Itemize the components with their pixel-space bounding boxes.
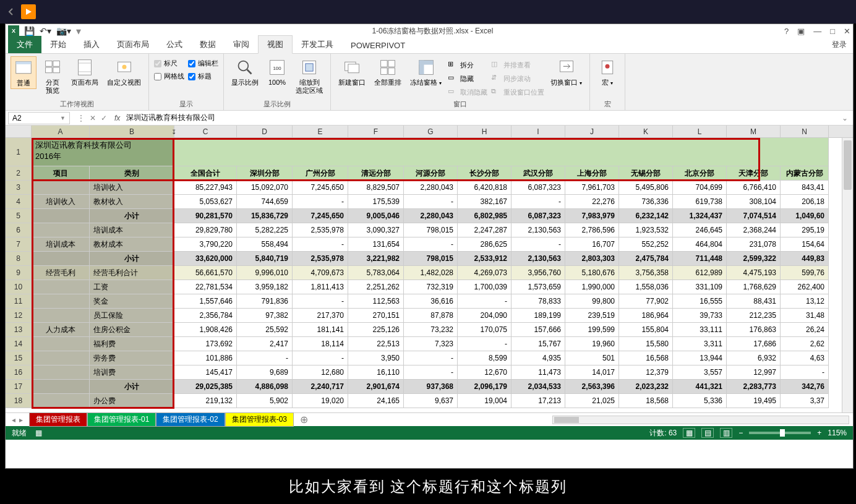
- cell[interactable]: 1,923,532: [619, 223, 673, 237]
- cell[interactable]: 2,535,978: [293, 223, 348, 237]
- cell[interactable]: [32, 394, 90, 408]
- cell[interactable]: 798,015: [404, 252, 458, 266]
- col-header-I[interactable]: I: [511, 126, 565, 137]
- cell[interactable]: 2,803,303: [565, 252, 619, 266]
- cell[interactable]: 2,023,232: [619, 380, 673, 394]
- headings-checkbox[interactable]: 标题: [188, 72, 218, 81]
- cell[interactable]: 小计: [90, 209, 174, 223]
- tab-dev[interactable]: 开发工具: [293, 36, 342, 53]
- cell[interactable]: 1,908,426: [174, 323, 237, 337]
- col-header-M[interactable]: M: [727, 126, 781, 137]
- cell[interactable]: 5,783,064: [348, 266, 404, 280]
- select-all-corner[interactable]: [6, 126, 32, 137]
- cell[interactable]: 26,24: [781, 323, 829, 337]
- cell[interactable]: 4,886,098: [237, 380, 293, 394]
- row-header[interactable]: 6: [6, 223, 32, 237]
- tab-file[interactable]: 文件: [8, 36, 41, 53]
- cell[interactable]: 2,034,533: [511, 380, 565, 394]
- cell[interactable]: 219,132: [174, 394, 237, 408]
- col-header-J[interactable]: J: [565, 126, 619, 137]
- cancel-fx-icon[interactable]: ✕: [90, 114, 96, 122]
- undo-icon[interactable]: ↶▾: [40, 26, 51, 36]
- cell[interactable]: 12,670: [458, 365, 511, 380]
- help-icon[interactable]: ?: [784, 27, 789, 36]
- macros-button[interactable]: 宏 ▾: [595, 56, 620, 88]
- tab-formula[interactable]: 公式: [158, 36, 191, 53]
- cell[interactable]: 办公费: [90, 394, 174, 408]
- cell[interactable]: 441,321: [673, 380, 727, 394]
- cell[interactable]: 798,015: [404, 223, 458, 237]
- cell[interactable]: 1,482,028: [404, 266, 458, 280]
- cell[interactable]: [32, 337, 90, 351]
- cell[interactable]: 16,555: [673, 294, 727, 309]
- zoom-selection-button[interactable]: 缩放到 选定区域: [293, 56, 325, 96]
- gridlines-checkbox[interactable]: 网格线: [154, 72, 184, 81]
- cell[interactable]: 类别: [90, 166, 174, 181]
- row-header[interactable]: 11: [6, 294, 32, 309]
- cell[interactable]: 1,557,646: [174, 294, 237, 309]
- cell[interactable]: 286,625: [458, 237, 511, 252]
- split-button[interactable]: ⊞拆分: [448, 59, 487, 71]
- cell[interactable]: 4,709,673: [293, 266, 348, 280]
- view-normal-icon[interactable]: ▦: [683, 428, 695, 438]
- row-header[interactable]: 4: [6, 195, 32, 209]
- cell[interactable]: 8,599: [458, 351, 511, 365]
- cell[interactable]: 29,025,385: [174, 380, 237, 394]
- cell[interactable]: 11,473: [511, 365, 565, 380]
- cell[interactable]: 15,767: [511, 337, 565, 351]
- hide-button[interactable]: ▭隐藏: [448, 72, 487, 85]
- cell[interactable]: 704,699: [673, 181, 727, 195]
- cell[interactable]: 6,932: [727, 351, 781, 365]
- cell[interactable]: 5,180,676: [565, 266, 619, 280]
- side-by-side-button[interactable]: ◫并排查看: [491, 59, 544, 71]
- sheet-tab-0[interactable]: 集团管理报表: [29, 412, 87, 427]
- cell[interactable]: 清远分部: [348, 166, 404, 181]
- fx-icon[interactable]: fx: [112, 114, 122, 122]
- cell[interactable]: 17,213: [511, 394, 565, 408]
- cell[interactable]: 97,382: [237, 309, 293, 323]
- cell[interactable]: 2,535,978: [293, 252, 348, 266]
- cell[interactable]: -: [511, 195, 565, 209]
- cell[interactable]: 449,83: [781, 252, 829, 266]
- cell[interactable]: 2,130,563: [511, 223, 565, 237]
- cell[interactable]: 13,944: [673, 351, 727, 365]
- cell[interactable]: 教材成本: [90, 237, 174, 252]
- cell[interactable]: 2,563,396: [565, 380, 619, 394]
- cell[interactable]: 2,475,784: [619, 252, 673, 266]
- cell[interactable]: 17,686: [727, 337, 781, 351]
- view-layout-icon[interactable]: ▤: [701, 428, 714, 438]
- cell[interactable]: 189,199: [511, 309, 565, 323]
- col-header-K[interactable]: K: [619, 126, 673, 137]
- cell[interactable]: 深圳分部: [237, 166, 293, 181]
- cell[interactable]: 15,580: [619, 337, 673, 351]
- cell[interactable]: -: [458, 294, 511, 309]
- cell[interactable]: -: [781, 365, 829, 380]
- cell[interactable]: 619,738: [673, 195, 727, 209]
- cell[interactable]: 308,104: [727, 195, 781, 209]
- cell[interactable]: 长沙分部: [458, 166, 511, 181]
- cell[interactable]: 深圳迈讯教育科技有限公司 2016年: [32, 138, 174, 166]
- page-layout-button[interactable]: 页面布局: [69, 56, 101, 88]
- cell[interactable]: 18,568: [619, 394, 673, 408]
- cell[interactable]: 7,961,703: [565, 181, 619, 195]
- dots-icon[interactable]: ⋮: [77, 114, 85, 122]
- cell[interactable]: 270,151: [348, 309, 404, 323]
- unhide-button[interactable]: ▭取消隐藏: [448, 86, 487, 98]
- cell[interactable]: 711,448: [673, 252, 727, 266]
- cell[interactable]: 武汉分部: [511, 166, 565, 181]
- tab-home[interactable]: 开始: [41, 36, 75, 53]
- cell[interactable]: [32, 181, 90, 195]
- cell[interactable]: 2,901,674: [348, 380, 404, 394]
- tab-view[interactable]: 视图: [258, 35, 293, 54]
- expand-fbar-icon[interactable]: ⌄: [837, 114, 853, 122]
- cell[interactable]: 19,495: [727, 394, 781, 408]
- cell[interactable]: 9,689: [237, 365, 293, 380]
- cell[interactable]: -: [293, 351, 348, 365]
- cell[interactable]: 22,781,534: [174, 280, 237, 294]
- cell[interactable]: 3,090,327: [348, 223, 404, 237]
- minimize-icon[interactable]: —: [813, 27, 821, 36]
- cell[interactable]: 29,829,780: [174, 223, 237, 237]
- cell[interactable]: 295,19: [781, 223, 829, 237]
- cell[interactable]: 3,311: [673, 337, 727, 351]
- save-icon[interactable]: 💾: [24, 26, 35, 36]
